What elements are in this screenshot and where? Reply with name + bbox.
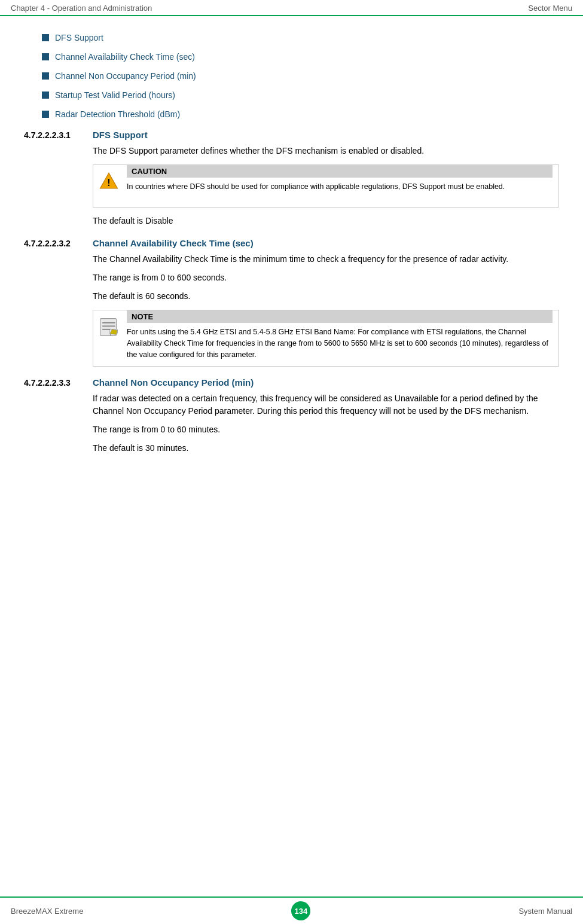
note-icon-area — [93, 310, 124, 352]
main-content: DFS Support Channel Availability Check T… — [0, 16, 583, 496]
section-2-para-1: The Channel Availability Check Time is t… — [93, 253, 559, 266]
note-label: NOTE — [127, 310, 553, 323]
section-title-1: DFS Support — [93, 130, 148, 140]
section-3-para-3: The default is 30 minutes. — [93, 442, 559, 455]
page-footer: BreezeMAX Extreme 134 System Manual — [0, 896, 583, 924]
header-section: Sector Menu — [528, 4, 572, 13]
section-number-1: 4.7.2.2.2.3.1 — [24, 130, 93, 140]
section-heading-3: 4.7.2.2.2.3.3 Channel Non Occupancy Peri… — [24, 377, 559, 388]
section-title-3: Channel Non Occupancy Period (min) — [93, 377, 254, 388]
section-heading-1: 4.7.2.2.2.3.1 DFS Support — [24, 130, 559, 140]
section-2-para-3: The default is 60 seconds. — [93, 290, 559, 303]
list-item: Startup Test Valid Period (hours) — [42, 90, 559, 100]
header-chapter: Chapter 4 - Operation and Administration — [11, 4, 152, 13]
section-1-after-para: The default is Disable — [93, 215, 559, 227]
caution-triangle-icon: ! — [99, 171, 118, 190]
toc-bullet-list: DFS Support Channel Availability Check T… — [42, 33, 559, 119]
note-box: NOTE For units using the 5.4 GHz ETSI an… — [93, 310, 559, 367]
bullet-icon — [42, 72, 49, 80]
footer-manual: System Manual — [518, 907, 572, 916]
caution-icon-area: ! — [93, 165, 124, 207]
section-2-para-2: The range is from 0 to 600 seconds. — [93, 272, 559, 284]
bullet-icon — [42, 34, 49, 41]
caution-label: CAUTION — [127, 165, 553, 178]
section-number-2: 4.7.2.2.2.3.2 — [24, 239, 93, 248]
note-content: NOTE For units using the 5.4 GHz ETSI an… — [124, 310, 558, 366]
caution-box: ! CAUTION In countries where DFS should … — [93, 164, 559, 208]
list-item: Radar Detection Threshold (dBm) — [42, 109, 559, 119]
note-text: For units using the 5.4 GHz ETSI and 5.4… — [127, 328, 548, 359]
bullet-icon — [42, 53, 49, 60]
section-heading-2: 4.7.2.2.2.3.2 Channel Availability Check… — [24, 238, 559, 248]
caution-content: CAUTION In countries where DFS should be… — [124, 165, 558, 199]
section-1-para-1: The DFS Support parameter defines whethe… — [93, 145, 559, 157]
bullet-icon — [42, 111, 49, 118]
svg-text:!: ! — [107, 178, 110, 188]
footer-page-number: 134 — [291, 901, 310, 920]
page-header: Chapter 4 - Operation and Administration… — [0, 0, 583, 16]
note-pencil-icon — [98, 316, 120, 338]
section-number-3: 4.7.2.2.2.3.3 — [24, 378, 93, 388]
list-item: Channel Non Occupancy Period (min) — [42, 71, 559, 81]
caution-text: In countries where DFS should be used fo… — [127, 182, 505, 191]
list-item: Channel Availability Check Time (sec) — [42, 52, 559, 62]
section-title-2: Channel Availability Check Time (sec) — [93, 238, 254, 248]
list-item: DFS Support — [42, 33, 559, 42]
section-3-para-2: The range is from 0 to 60 minutes. — [93, 423, 559, 436]
bullet-icon — [42, 92, 49, 99]
section-3-para-1: If radar was detected on a certain frequ… — [93, 392, 559, 417]
footer-product: BreezeMAX Extreme — [11, 907, 83, 916]
